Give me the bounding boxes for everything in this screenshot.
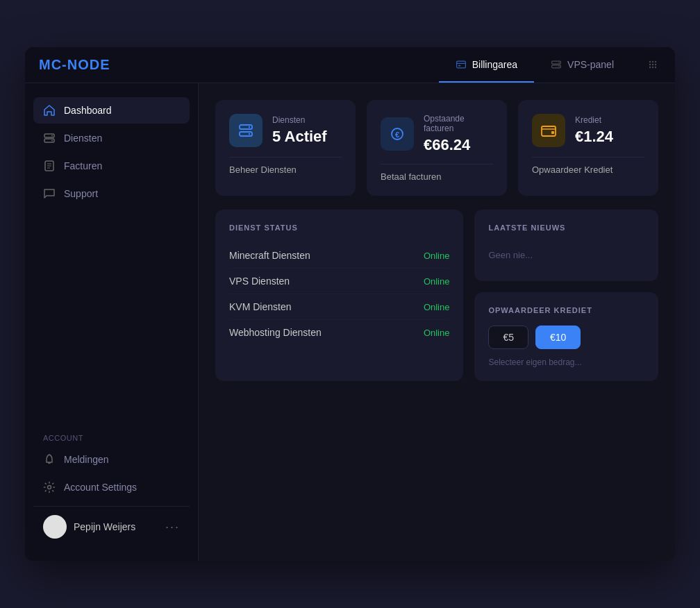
sidebar-item-account-settings[interactable]: Account Settings [33,474,190,500]
status-row-kvm: KVM Diensten Online [229,294,449,320]
file-icon [43,160,56,172]
tab-vps-panel[interactable]: VPS-panel [534,47,631,83]
svg-text:€: € [395,130,399,139]
sidebar-item-account-settings-label: Account Settings [64,482,137,493]
user-bar[interactable]: Pepijn Weijers ··· [33,506,190,547]
nieuws-title: LAATSTE NIEUWS [488,223,644,232]
stat-value-krediet: €1.24 [575,128,613,146]
opwaardeer-krediet-link[interactable]: Opwaardeer Krediet [532,157,644,175]
sidebar-item-meldingen[interactable]: Meldingen [33,446,190,473]
sidebar-bottom: Account Meldingen [25,428,198,547]
status-row-vps: VPS Diensten Online [229,269,449,294]
grid-icon-nav [647,59,658,70]
sidebar-item-support-label: Support [64,188,98,199]
svg-point-12 [655,63,656,65]
user-options-button[interactable]: ··· [165,520,180,534]
service-name-minecraft: Minecraft Diensten [229,250,310,261]
sidebar-item-meldingen-label: Meldingen [64,454,109,465]
server-icon [43,132,56,144]
svg-point-18 [51,135,53,137]
top-nav: MC-NODE Billingarea VPS-panel [25,47,675,83]
svg-rect-2 [458,65,460,66]
krediet-btn-10[interactable]: €10 [535,326,581,349]
sidebar-item-diensten[interactable]: Diensten [33,125,190,151]
krediet-card: OPWAARDEER KREDIET €5 €10 Selecteer eige… [474,292,658,381]
server-icon-nav [551,59,562,70]
stat-card-diensten: Diensten 5 Actief Beheer Diensten [215,100,356,196]
status-row-minecraft: Minecraft Diensten Online [229,243,449,269]
credit-card-icon [456,59,467,70]
svg-point-7 [649,60,651,62]
sidebar-item-dashboard[interactable]: Dashboard [33,97,190,124]
svg-point-24 [48,486,51,489]
krediet-amount-buttons: €5 €10 [488,326,644,349]
logo-prefix: MC- [39,57,67,72]
stat-value-diensten: 5 Actief [272,128,327,146]
stat-info-diensten: Diensten 5 Actief [272,115,327,146]
tab-vps-panel-label: VPS-panel [567,59,614,70]
stat-label-krediet: Krediet [575,115,613,125]
service-name-vps: VPS Diensten [229,276,290,287]
sidebar-item-diensten-label: Diensten [64,133,102,144]
stat-info-facturen: Opstaande facturen €66.24 [424,114,493,154]
sidebar-item-support[interactable]: Support [33,180,190,207]
svg-point-14 [652,66,653,67]
sidebar: Dashboard Diensten [25,83,199,561]
logo: MC-NODE [39,57,110,73]
stat-label-diensten: Diensten [272,115,327,125]
bell-icon [43,453,56,466]
svg-point-5 [558,62,560,63]
status-row-webhosting: Webhosting Diensten Online [229,320,449,345]
sidebar-item-dashboard-label: Dashboard [64,105,112,116]
sidebar-item-facturen[interactable]: Facturen [33,153,190,179]
gear-icon [43,481,56,493]
tab-other[interactable] [631,47,675,83]
service-name-kvm: KVM Diensten [229,301,291,312]
diensten-icon-box [229,114,262,147]
dienst-status-title: DIENST STATUS [229,223,449,232]
stat-card-krediet-top: Krediet €1.24 [532,114,644,147]
coin-icon: € [389,126,406,142]
service-name-webhosting: Webhosting Diensten [229,327,322,338]
svg-point-6 [558,66,560,67]
nieuws-card: LAATSTE NIEUWS Geen nie... [474,210,658,281]
svg-point-27 [249,126,250,128]
bottom-grid: DIENST STATUS Minecraft Diensten Online … [215,210,658,381]
stats-row: Diensten 5 Actief Beheer Diensten € [215,100,658,196]
sidebar-nav: Dashboard Diensten [25,97,198,428]
tab-billingarea-label: Billingarea [472,59,517,70]
chat-icon [43,187,56,200]
svg-rect-0 [456,61,465,68]
svg-rect-26 [240,132,252,136]
content-area: Diensten 5 Actief Beheer Diensten € [199,83,675,561]
stat-label-facturen: Opstaande facturen [424,114,493,133]
tab-billingarea[interactable]: Billingarea [439,47,534,83]
svg-point-15 [655,66,656,67]
main-layout: Dashboard Diensten [25,83,675,561]
svg-point-8 [652,60,653,62]
stat-card-krediet: Krediet €1.24 Opwaardeer Krediet [518,100,658,196]
wallet-icon [540,122,557,139]
svg-point-13 [649,66,651,67]
svg-point-28 [249,133,250,135]
krediet-custom-label[interactable]: Selecteer eigen bedrag... [488,357,644,367]
home-icon [43,104,56,117]
facturen-icon-box: € [381,117,414,151]
stat-card-facturen-top: € Opstaande facturen €66.24 [381,114,493,154]
svg-rect-25 [240,125,252,129]
avatar [43,515,67,539]
nav-tabs: Billingarea VPS-panel [439,47,675,83]
svg-point-19 [51,140,53,142]
beheer-diensten-link[interactable]: Beheer Diensten [229,157,342,175]
account-section-label: Account [33,428,190,446]
betaal-facturen-link[interactable]: Betaal facturen [381,164,493,182]
krediet-btn-5[interactable]: €5 [488,326,528,349]
svg-point-10 [649,63,651,65]
status-badge-vps: Online [424,276,450,287]
status-badge-kvm: Online [424,302,450,312]
status-badge-webhosting: Online [424,328,450,338]
right-panel: LAATSTE NIEUWS Geen nie... OPWAARDEER KR… [474,210,658,381]
dienst-status-card: DIENST STATUS Minecraft Diensten Online … [215,210,463,381]
nieuws-empty-text: Geen nie... [488,243,644,267]
stat-value-facturen: €66.24 [424,136,493,154]
